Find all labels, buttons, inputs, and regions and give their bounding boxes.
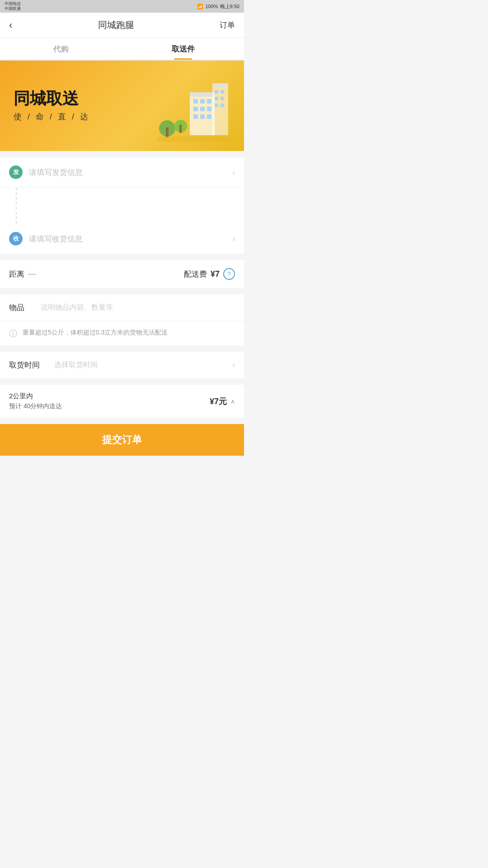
status-bar: 中国电信 中国联通 📶 100% 晚上9:50 xyxy=(0,0,244,13)
svg-rect-22 xyxy=(221,104,224,107)
sender-badge: 发 xyxy=(9,165,23,179)
time-text: 晚上9:50 xyxy=(220,3,239,10)
back-button[interactable]: ‹ xyxy=(9,19,12,31)
header: ‹ 同城跑腿 订单 xyxy=(0,13,244,38)
distance-label: 距离 xyxy=(9,269,24,279)
delivery-label: 配送费 xyxy=(184,269,207,279)
fee-section: 距离 — 配送费 ¥7 ? xyxy=(0,260,244,288)
address-divider xyxy=(16,188,244,224)
pickup-chevron-icon: › xyxy=(232,360,235,370)
sender-row[interactable]: 发 请填写发货信息 › xyxy=(0,157,244,188)
info-icon: ⓘ xyxy=(9,328,17,339)
svg-rect-9 xyxy=(193,107,198,111)
svg-rect-18 xyxy=(221,90,224,94)
svg-rect-17 xyxy=(215,90,218,94)
carrier-info: 中国电信 中国联通 xyxy=(5,1,21,11)
item-label: 物品 xyxy=(9,302,32,313)
svg-rect-11 xyxy=(207,107,211,111)
pickup-placeholder: 选择取货时间 xyxy=(54,360,232,370)
svg-rect-19 xyxy=(215,97,218,100)
svg-rect-12 xyxy=(193,114,198,119)
help-icon[interactable]: ? xyxy=(223,268,235,280)
svg-rect-13 xyxy=(200,114,205,119)
item-section: 物品 说明物品内容、数量等 ⓘ 重量超过5公斤，体积超过0.3立方米的货物无法配… xyxy=(0,294,244,345)
tab-qusongijian[interactable]: 取送件 xyxy=(122,38,244,60)
summary-price[interactable]: ¥7元 ∧ xyxy=(210,396,235,407)
svg-rect-4 xyxy=(190,92,215,135)
distance-item: 距离 — xyxy=(9,269,36,279)
submit-button[interactable]: 提交订单 xyxy=(102,433,142,447)
bottom-summary: 2公里内 预计 40分钟内送达 ¥7元 ∧ xyxy=(0,385,244,418)
svg-rect-14 xyxy=(207,114,211,119)
svg-rect-3 xyxy=(179,125,182,133)
delivery-fee-item: 配送费 ¥7 ? xyxy=(184,268,235,280)
distance-value: — xyxy=(28,269,36,278)
svg-rect-16 xyxy=(212,83,228,87)
tab-daigou[interactable]: 代购 xyxy=(0,38,122,60)
banner-text: 同城取送 使 / 命 / 直 / 达 xyxy=(14,90,158,122)
svg-rect-10 xyxy=(200,107,205,111)
order-button[interactable]: 订单 xyxy=(220,20,235,30)
pickup-time-section[interactable]: 取货时间 选择取货时间 › xyxy=(0,352,244,378)
item-row: 物品 说明物品内容、数量等 xyxy=(0,294,244,321)
summary-price-text: ¥7元 xyxy=(210,396,227,407)
tab-bar: 代购 取送件 xyxy=(0,38,244,61)
svg-rect-23 xyxy=(158,137,230,142)
receiver-row[interactable]: 收 请填写收货信息 › xyxy=(0,224,244,254)
receiver-placeholder: 请填写收货信息 xyxy=(29,234,232,244)
address-section: 发 请填写发货信息 › 收 请填写收货信息 › xyxy=(0,157,244,254)
status-right: 📶 100% 晚上9:50 xyxy=(197,3,239,10)
banner-main-title: 同城取送 xyxy=(14,90,158,108)
banner-sub-title: 使 / 命 / 直 / 达 xyxy=(14,111,158,122)
notice-row: ⓘ 重量超过5公斤，体积超过0.3立方米的货物无法配送 xyxy=(0,321,244,345)
svg-rect-7 xyxy=(200,99,205,104)
banner: 同城取送 使 / 命 / 直 / 达 xyxy=(0,61,244,151)
svg-rect-20 xyxy=(221,97,224,100)
svg-rect-6 xyxy=(193,99,198,104)
expand-icon: ∧ xyxy=(230,398,235,405)
summary-info: 2公里内 预计 40分钟内送达 xyxy=(9,392,210,410)
pickup-label: 取货时间 xyxy=(9,360,45,370)
svg-rect-8 xyxy=(207,99,211,104)
summary-estimate: 预计 40分钟内送达 xyxy=(9,402,210,410)
svg-rect-5 xyxy=(190,92,215,97)
sender-placeholder: 请填写发货信息 xyxy=(29,167,232,178)
receiver-badge: 收 xyxy=(9,232,23,245)
submit-bar[interactable]: 提交订单 xyxy=(0,424,244,456)
delivery-value: ¥7 xyxy=(211,269,220,279)
svg-rect-1 xyxy=(166,127,169,137)
battery-text: 100% xyxy=(205,4,218,9)
banner-illustration xyxy=(158,70,230,142)
receiver-chevron-icon: › xyxy=(232,234,235,244)
sender-chevron-icon: › xyxy=(232,168,235,177)
notice-text: 重量超过5公斤，体积超过0.3立方米的货物无法配送 xyxy=(23,328,168,337)
item-input-placeholder[interactable]: 说明物品内容、数量等 xyxy=(41,303,235,312)
signal-icon: 📶 xyxy=(197,4,203,9)
page-title: 同城跑腿 xyxy=(98,19,134,31)
svg-rect-21 xyxy=(215,104,218,107)
summary-range: 2公里内 xyxy=(9,392,210,401)
